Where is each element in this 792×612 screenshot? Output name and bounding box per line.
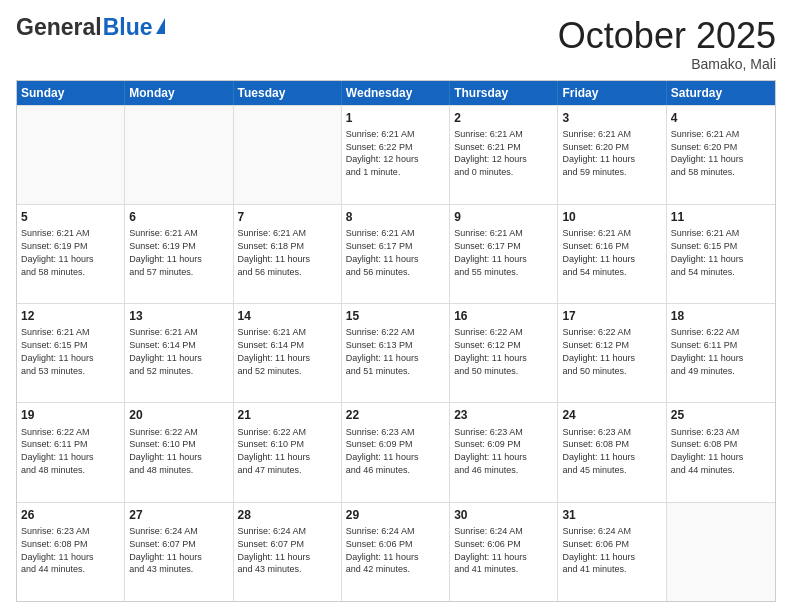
day-header-wednesday: Wednesday xyxy=(342,81,450,105)
calendar-cell: 22Sunrise: 6:23 AM Sunset: 6:09 PM Dayli… xyxy=(342,403,450,501)
day-header-saturday: Saturday xyxy=(667,81,775,105)
day-number: 9 xyxy=(454,209,553,225)
day-info: Sunrise: 6:24 AM Sunset: 6:06 PM Dayligh… xyxy=(346,526,419,574)
day-info: Sunrise: 6:22 AM Sunset: 6:12 PM Dayligh… xyxy=(562,327,635,375)
calendar-cell: 11Sunrise: 6:21 AM Sunset: 6:15 PM Dayli… xyxy=(667,205,775,303)
day-number: 16 xyxy=(454,308,553,324)
day-number: 30 xyxy=(454,507,553,523)
calendar-cell: 8Sunrise: 6:21 AM Sunset: 6:17 PM Daylig… xyxy=(342,205,450,303)
day-info: Sunrise: 6:21 AM Sunset: 6:17 PM Dayligh… xyxy=(454,228,527,276)
calendar-cell: 4Sunrise: 6:21 AM Sunset: 6:20 PM Daylig… xyxy=(667,106,775,204)
day-number: 10 xyxy=(562,209,661,225)
day-number: 24 xyxy=(562,407,661,423)
day-info: Sunrise: 6:21 AM Sunset: 6:16 PM Dayligh… xyxy=(562,228,635,276)
calendar-cell: 18Sunrise: 6:22 AM Sunset: 6:11 PM Dayli… xyxy=(667,304,775,402)
calendar-cell: 26Sunrise: 6:23 AM Sunset: 6:08 PM Dayli… xyxy=(17,503,125,601)
day-header-sunday: Sunday xyxy=(17,81,125,105)
day-info: Sunrise: 6:23 AM Sunset: 6:08 PM Dayligh… xyxy=(562,427,635,475)
day-info: Sunrise: 6:22 AM Sunset: 6:11 PM Dayligh… xyxy=(671,327,744,375)
day-info: Sunrise: 6:22 AM Sunset: 6:12 PM Dayligh… xyxy=(454,327,527,375)
day-number: 3 xyxy=(562,110,661,126)
day-info: Sunrise: 6:21 AM Sunset: 6:19 PM Dayligh… xyxy=(21,228,94,276)
calendar-body: 1Sunrise: 6:21 AM Sunset: 6:22 PM Daylig… xyxy=(17,105,775,601)
calendar-row-5: 26Sunrise: 6:23 AM Sunset: 6:08 PM Dayli… xyxy=(17,502,775,601)
calendar-cell: 7Sunrise: 6:21 AM Sunset: 6:18 PM Daylig… xyxy=(234,205,342,303)
day-info: Sunrise: 6:21 AM Sunset: 6:20 PM Dayligh… xyxy=(671,129,744,177)
title-block: October 2025 Bamako, Mali xyxy=(558,16,776,72)
calendar-cell: 19Sunrise: 6:22 AM Sunset: 6:11 PM Dayli… xyxy=(17,403,125,501)
calendar-cell: 28Sunrise: 6:24 AM Sunset: 6:07 PM Dayli… xyxy=(234,503,342,601)
day-info: Sunrise: 6:22 AM Sunset: 6:13 PM Dayligh… xyxy=(346,327,419,375)
calendar-row-4: 19Sunrise: 6:22 AM Sunset: 6:11 PM Dayli… xyxy=(17,402,775,501)
day-info: Sunrise: 6:23 AM Sunset: 6:08 PM Dayligh… xyxy=(21,526,94,574)
day-number: 15 xyxy=(346,308,445,324)
day-number: 31 xyxy=(562,507,661,523)
calendar-cell: 2Sunrise: 6:21 AM Sunset: 6:21 PM Daylig… xyxy=(450,106,558,204)
day-header-tuesday: Tuesday xyxy=(234,81,342,105)
day-number: 14 xyxy=(238,308,337,324)
day-info: Sunrise: 6:23 AM Sunset: 6:08 PM Dayligh… xyxy=(671,427,744,475)
day-info: Sunrise: 6:21 AM Sunset: 6:19 PM Dayligh… xyxy=(129,228,202,276)
calendar-cell: 29Sunrise: 6:24 AM Sunset: 6:06 PM Dayli… xyxy=(342,503,450,601)
day-info: Sunrise: 6:21 AM Sunset: 6:21 PM Dayligh… xyxy=(454,129,527,177)
day-number: 7 xyxy=(238,209,337,225)
day-info: Sunrise: 6:21 AM Sunset: 6:22 PM Dayligh… xyxy=(346,129,419,177)
day-info: Sunrise: 6:24 AM Sunset: 6:07 PM Dayligh… xyxy=(129,526,202,574)
calendar-row-2: 5Sunrise: 6:21 AM Sunset: 6:19 PM Daylig… xyxy=(17,204,775,303)
day-number: 13 xyxy=(129,308,228,324)
day-number: 27 xyxy=(129,507,228,523)
day-number: 12 xyxy=(21,308,120,324)
day-info: Sunrise: 6:21 AM Sunset: 6:14 PM Dayligh… xyxy=(238,327,311,375)
day-header-thursday: Thursday xyxy=(450,81,558,105)
calendar-cell: 17Sunrise: 6:22 AM Sunset: 6:12 PM Dayli… xyxy=(558,304,666,402)
calendar-cell xyxy=(17,106,125,204)
month-title: October 2025 xyxy=(558,16,776,56)
calendar-header: SundayMondayTuesdayWednesdayThursdayFrid… xyxy=(17,81,775,105)
day-info: Sunrise: 6:22 AM Sunset: 6:10 PM Dayligh… xyxy=(129,427,202,475)
calendar-cell: 16Sunrise: 6:22 AM Sunset: 6:12 PM Dayli… xyxy=(450,304,558,402)
calendar: SundayMondayTuesdayWednesdayThursdayFrid… xyxy=(16,80,776,602)
calendar-cell xyxy=(234,106,342,204)
calendar-cell: 13Sunrise: 6:21 AM Sunset: 6:14 PM Dayli… xyxy=(125,304,233,402)
day-number: 18 xyxy=(671,308,771,324)
day-header-friday: Friday xyxy=(558,81,666,105)
header: General Blue October 2025 Bamako, Mali xyxy=(16,16,776,72)
calendar-cell: 3Sunrise: 6:21 AM Sunset: 6:20 PM Daylig… xyxy=(558,106,666,204)
calendar-cell xyxy=(125,106,233,204)
day-number: 21 xyxy=(238,407,337,423)
day-info: Sunrise: 6:23 AM Sunset: 6:09 PM Dayligh… xyxy=(346,427,419,475)
calendar-cell: 10Sunrise: 6:21 AM Sunset: 6:16 PM Dayli… xyxy=(558,205,666,303)
calendar-cell: 20Sunrise: 6:22 AM Sunset: 6:10 PM Dayli… xyxy=(125,403,233,501)
calendar-row-3: 12Sunrise: 6:21 AM Sunset: 6:15 PM Dayli… xyxy=(17,303,775,402)
day-number: 26 xyxy=(21,507,120,523)
day-info: Sunrise: 6:21 AM Sunset: 6:15 PM Dayligh… xyxy=(671,228,744,276)
day-number: 25 xyxy=(671,407,771,423)
day-number: 5 xyxy=(21,209,120,225)
calendar-cell: 1Sunrise: 6:21 AM Sunset: 6:22 PM Daylig… xyxy=(342,106,450,204)
calendar-cell: 23Sunrise: 6:23 AM Sunset: 6:09 PM Dayli… xyxy=(450,403,558,501)
day-info: Sunrise: 6:21 AM Sunset: 6:14 PM Dayligh… xyxy=(129,327,202,375)
day-number: 28 xyxy=(238,507,337,523)
logo: General Blue xyxy=(16,16,165,39)
logo-block: General Blue xyxy=(16,16,165,39)
location: Bamako, Mali xyxy=(558,56,776,72)
day-info: Sunrise: 6:23 AM Sunset: 6:09 PM Dayligh… xyxy=(454,427,527,475)
calendar-cell: 15Sunrise: 6:22 AM Sunset: 6:13 PM Dayli… xyxy=(342,304,450,402)
logo-blue: Blue xyxy=(103,16,153,39)
day-number: 6 xyxy=(129,209,228,225)
calendar-row-1: 1Sunrise: 6:21 AM Sunset: 6:22 PM Daylig… xyxy=(17,105,775,204)
calendar-cell: 31Sunrise: 6:24 AM Sunset: 6:06 PM Dayli… xyxy=(558,503,666,601)
day-info: Sunrise: 6:24 AM Sunset: 6:06 PM Dayligh… xyxy=(454,526,527,574)
day-number: 4 xyxy=(671,110,771,126)
day-number: 17 xyxy=(562,308,661,324)
day-info: Sunrise: 6:22 AM Sunset: 6:11 PM Dayligh… xyxy=(21,427,94,475)
day-number: 29 xyxy=(346,507,445,523)
calendar-cell: 24Sunrise: 6:23 AM Sunset: 6:08 PM Dayli… xyxy=(558,403,666,501)
day-number: 23 xyxy=(454,407,553,423)
logo-triangle-icon xyxy=(156,18,165,34)
calendar-cell: 12Sunrise: 6:21 AM Sunset: 6:15 PM Dayli… xyxy=(17,304,125,402)
calendar-cell: 14Sunrise: 6:21 AM Sunset: 6:14 PM Dayli… xyxy=(234,304,342,402)
day-number: 8 xyxy=(346,209,445,225)
day-number: 11 xyxy=(671,209,771,225)
day-info: Sunrise: 6:21 AM Sunset: 6:17 PM Dayligh… xyxy=(346,228,419,276)
